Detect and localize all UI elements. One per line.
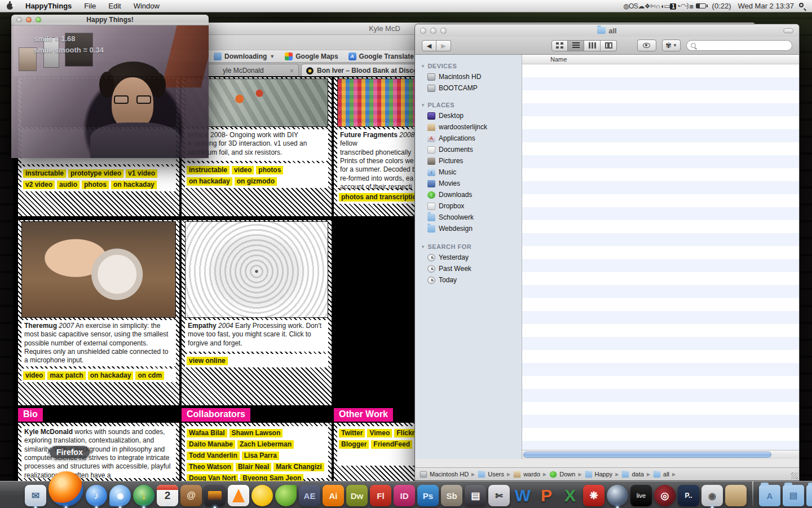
dock-icon-cat-app[interactable]: [725, 485, 747, 506]
tag-link[interactable]: max patch: [47, 371, 85, 380]
tag-link[interactable]: on gizmodo: [235, 177, 277, 186]
finder-search-field[interactable]: [686, 40, 792, 51]
tag-link[interactable]: on hackaday: [88, 371, 134, 380]
dock-stack-documents[interactable]: ▤: [783, 485, 804, 506]
collaborator-link[interactable]: Doug Van Nort: [187, 474, 238, 481]
tab-bon-iver[interactable]: Bon Iver – Blood Bank at Disco: [301, 64, 434, 77]
tag-link[interactable]: photos and transcription: [339, 193, 423, 202]
sidebar-item-schoolwerk[interactable]: Schoolwerk: [415, 212, 522, 223]
finder-file-list[interactable]: Name: [522, 55, 799, 459]
dock-icon-soundbooth[interactable]: Sb: [441, 485, 462, 506]
wifi-icon[interactable]: ◠: [680, 2, 686, 10]
path-item-macintosh-hd[interactable]: Macintosh HD ▶: [420, 471, 478, 478]
sidebar-item-home[interactable]: wardoosterlijnck: [415, 121, 522, 133]
name-column-header[interactable]: Name: [522, 55, 799, 64]
sidebar-item-documents[interactable]: Documents: [415, 144, 522, 155]
bluetooth-icon[interactable]: ᛒ: [686, 2, 690, 10]
disclosure-triangle-icon[interactable]: ▼: [421, 64, 425, 69]
globe-icon[interactable]: ◍: [623, 2, 629, 10]
tag-link[interactable]: v1 video: [126, 169, 157, 178]
sidebar-item-pictures[interactable]: Pictures: [415, 155, 522, 167]
close-button[interactable]: [420, 28, 426, 34]
tag-link[interactable]: on hackaday: [187, 177, 232, 186]
sidebar-item-past-week[interactable]: Past Week: [415, 263, 522, 274]
dock-icon-after-effects[interactable]: AE: [299, 485, 320, 506]
display-icon[interactable]: ▭: [664, 2, 670, 10]
dock-icon-imovie[interactable]: ▤: [465, 485, 486, 506]
collaborator-link[interactable]: Byeong Sam Jeon: [240, 474, 303, 481]
tag-link[interactable]: on hackaday: [111, 181, 157, 189]
dock-icon-streamclip[interactable]: ✄: [488, 485, 510, 506]
sidebar-item-bootcamp[interactable]: BOOTCAMP: [415, 82, 522, 94]
list-view-button[interactable]: [568, 40, 584, 51]
dock-icon-vlc[interactable]: [228, 485, 249, 506]
dock-icon-cyberduck[interactable]: [251, 485, 273, 506]
collaborator-link[interactable]: Shawn Lawson: [230, 429, 283, 437]
menu-file[interactable]: File: [78, 1, 102, 11]
webcam-traffic-lights[interactable]: [16, 17, 41, 23]
dock-separator[interactable]: [752, 481, 753, 506]
dock-icon-word[interactable]: W: [512, 485, 533, 506]
dock-icon-toast[interactable]: ❋: [583, 485, 604, 506]
path-item-wardo[interactable]: wardo ▶: [513, 471, 549, 478]
dock-icon-ichat[interactable]: ◉: [109, 485, 131, 506]
dock-icon-powerpoint[interactable]: P: [536, 485, 557, 506]
dock-icon-leaf-app[interactable]: [275, 485, 297, 506]
tag-link[interactable]: view online: [187, 357, 228, 365]
bookmark-downloading[interactable]: Downloading ▼: [214, 52, 275, 60]
path-item-happy[interactable]: Happy ▶: [585, 471, 622, 478]
dock-icon-photo-app[interactable]: [204, 485, 226, 506]
tag-link[interactable]: photos: [256, 166, 283, 174]
spotlight-icon[interactable]: [798, 2, 806, 10]
column-view-button[interactable]: [584, 40, 601, 51]
tag-link[interactable]: video: [232, 166, 254, 174]
collaborator-link[interactable]: Wafaa Bilal: [187, 429, 227, 437]
path-item-users[interactable]: Users ▶: [478, 471, 513, 478]
horizontal-scrollbar[interactable]: [522, 450, 799, 459]
scissors-icon[interactable]: ✄: [650, 2, 656, 10]
back-button[interactable]: ◀: [422, 40, 436, 51]
os-icon[interactable]: OS: [629, 2, 638, 10]
dock-icon-flash[interactable]: Fl: [370, 485, 391, 506]
collaborator-link[interactable]: Blair Neal: [236, 463, 271, 471]
tag-link[interactable]: instructable: [23, 169, 66, 178]
quick-look-button[interactable]: [637, 40, 656, 51]
dock-stack-pictures[interactable]: ▣: [806, 485, 812, 506]
collaborator-link[interactable]: Mark Changizi: [273, 463, 324, 471]
app-menu-happythings[interactable]: HappyThings: [20, 1, 77, 11]
dropbox-icon[interactable]: ❖: [645, 2, 650, 10]
sidebar-item-macintosh-hd[interactable]: Macintosh HD: [415, 71, 522, 82]
bookmark-google-translate[interactable]: A Google Translate: [348, 52, 414, 60]
dock-icon-mail[interactable]: ✉: [25, 485, 46, 506]
dock-icon-processing[interactable]: P..: [678, 485, 699, 506]
finder-window[interactable]: all ◀ ▶ ✾▼ ▼DEVICES Macintosh HDBOOTCAMP…: [414, 24, 800, 481]
other-work-link[interactable]: Vimeo: [367, 429, 392, 437]
dock-icon-ableton-live[interactable]: live: [630, 485, 652, 506]
menu-window[interactable]: Window: [128, 1, 165, 11]
happy-things-title-bar[interactable]: Happy Things!: [11, 15, 209, 25]
other-work-link[interactable]: Twitter: [339, 429, 365, 437]
dock-icon-globe-download[interactable]: ↓: [133, 485, 155, 506]
other-work-link[interactable]: Blogger: [339, 440, 369, 449]
collaborator-link[interactable]: Lisa Parra: [242, 452, 279, 460]
disclosure-triangle-icon[interactable]: ▼: [421, 244, 425, 249]
sidebar-item-yesterday[interactable]: Yesterday: [415, 252, 522, 263]
dock-icon-illustrator[interactable]: Ai: [323, 485, 344, 506]
dock-icon-ical[interactable]: 2: [157, 485, 178, 506]
collaborator-link[interactable]: Todd Vanderlin: [187, 452, 240, 460]
tag-link[interactable]: photos: [82, 181, 109, 189]
battery-time[interactable]: (0:22): [710, 2, 734, 10]
cloud-icon[interactable]: ☁: [638, 2, 645, 10]
sidebar-item-dropbox[interactable]: Dropbox: [415, 200, 522, 212]
path-item-down[interactable]: Down ▶: [549, 471, 584, 478]
dock-icon-itunes[interactable]: ♪: [86, 485, 107, 506]
bookmark-google-maps[interactable]: Google Maps: [285, 52, 338, 60]
apple-menu-icon[interactable]: [6, 2, 14, 10]
disclosure-triangle-icon[interactable]: ▼: [421, 103, 425, 108]
menu-bar-clock[interactable]: Wed Mar 2 13:37: [736, 2, 796, 10]
battery-icon[interactable]: [696, 3, 708, 8]
minimize-button[interactable]: [430, 28, 436, 34]
toolbar-toggle-button[interactable]: [783, 28, 793, 33]
chat-bubble-icon[interactable]: ◖: [660, 2, 664, 10]
tag-link[interactable]: v2 video: [23, 181, 55, 189]
